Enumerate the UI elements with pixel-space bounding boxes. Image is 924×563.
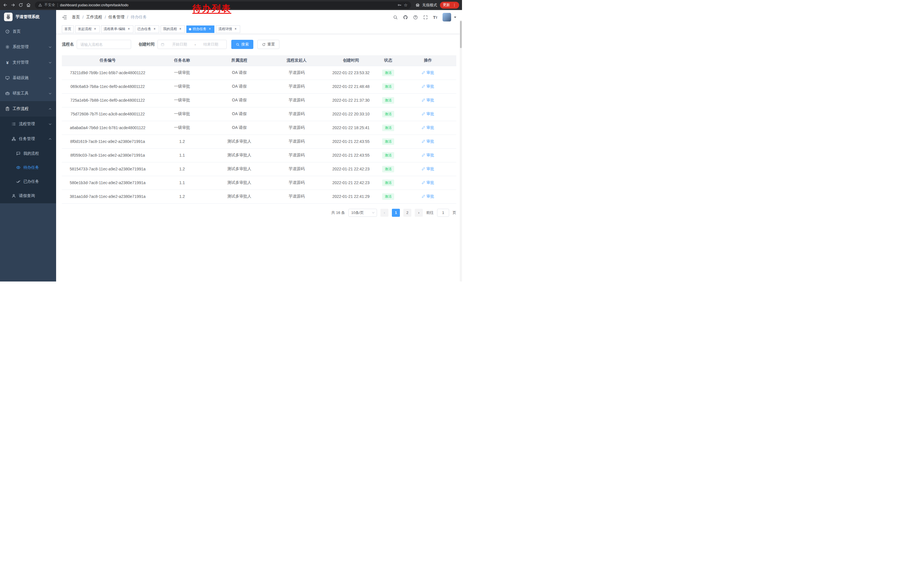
approve-link[interactable]: 审批 bbox=[422, 111, 434, 117]
bookmark-star-icon[interactable]: ☆ bbox=[404, 3, 408, 7]
process-name-input[interactable] bbox=[77, 40, 131, 49]
cell-initiator: 芋道源码 bbox=[268, 176, 325, 189]
clipboard-icon bbox=[5, 107, 10, 111]
sidebar-item-done-tasks[interactable]: 已办任务 bbox=[0, 174, 56, 188]
sidebar-item-todo-tasks[interactable]: 待办任务 bbox=[0, 161, 56, 174]
date-range-picker[interactable]: 开始日期 - 结束日期 bbox=[158, 40, 227, 49]
col-header-actions: 操作 bbox=[400, 55, 456, 66]
cell-task-id: 381aa1dd-7ac8-11ec-a9e2-a2380e71991a bbox=[62, 189, 153, 203]
prev-page-button[interactable]: ‹ bbox=[380, 209, 388, 217]
approve-link[interactable]: 审批 bbox=[422, 167, 434, 171]
status-badge: 激活 bbox=[382, 193, 394, 200]
goto-page-input[interactable] bbox=[437, 209, 449, 217]
close-icon[interactable]: × bbox=[93, 27, 97, 31]
omnibox-divider bbox=[57, 3, 58, 7]
breadcrumb-workflow[interactable]: 工作流程 bbox=[86, 15, 102, 20]
cell-process: OA 请假 bbox=[211, 66, 268, 80]
scrollbar-thumb[interactable] bbox=[460, 21, 462, 48]
breadcrumb: 首页 / 工作流程 / 任务管理 / 待办任务 bbox=[72, 15, 147, 20]
tags-bar: 首页 发起流程× 流程表单-编辑× 已办任务× 我的流程× 待办任务× 流程详情… bbox=[56, 24, 462, 34]
cell-process: OA 请假 bbox=[211, 107, 268, 121]
sidebar-item-leave-query[interactable]: 请假查询 bbox=[0, 188, 56, 203]
search-icon[interactable] bbox=[393, 15, 398, 20]
cell-process: 测试多审批人 bbox=[211, 176, 268, 189]
list-icon bbox=[12, 122, 16, 126]
approve-link[interactable]: 审批 bbox=[422, 70, 434, 75]
search-button[interactable]: 搜索 bbox=[231, 40, 254, 49]
logo-image bbox=[4, 13, 13, 21]
security-label[interactable]: 不安全 bbox=[44, 3, 55, 8]
tab-form-edit[interactable]: 流程表单-编辑× bbox=[101, 26, 134, 33]
col-header-status: 状态 bbox=[377, 55, 400, 66]
logo[interactable]: 芋道管理系统 bbox=[0, 10, 56, 24]
update-button[interactable]: 更新 ⋮ bbox=[440, 2, 459, 9]
edit-icon bbox=[422, 153, 425, 157]
avatar-caret-icon[interactable] bbox=[454, 17, 456, 18]
tasks-table: 任务编号 任务名称 所属流程 流程发起人 创建时间 状态 操作 73211d9d… bbox=[62, 55, 456, 204]
approve-link[interactable]: 审批 bbox=[422, 98, 434, 103]
close-icon[interactable]: × bbox=[127, 27, 131, 31]
close-icon[interactable]: × bbox=[178, 27, 182, 31]
approve-link[interactable]: 审批 bbox=[422, 84, 434, 89]
help-icon[interactable] bbox=[413, 15, 418, 20]
approve-link[interactable]: 审批 bbox=[422, 153, 434, 158]
breadcrumb-task-mgmt[interactable]: 任务管理 bbox=[108, 15, 124, 20]
sidebar-item-process-mgmt[interactable]: 流程管理 bbox=[0, 117, 56, 131]
start-date-placeholder[interactable]: 开始日期 bbox=[167, 42, 192, 47]
tab-process-detail[interactable]: 流程详情× bbox=[216, 26, 240, 33]
reload-icon[interactable] bbox=[18, 3, 23, 8]
forward-icon[interactable] bbox=[10, 3, 15, 8]
tab-done-tasks[interactable]: 已办任务× bbox=[135, 26, 159, 33]
browser-menu-icon[interactable]: ⋮ bbox=[453, 3, 456, 7]
edit-icon bbox=[422, 167, 425, 171]
sidebar-collapse-icon[interactable] bbox=[62, 15, 67, 20]
update-label[interactable]: 更新 bbox=[443, 3, 450, 8]
cell-status: 激活 bbox=[377, 121, 400, 135]
tab-todo-tasks[interactable]: 待办任务× bbox=[186, 26, 214, 33]
pagination: 共 16 条 10条/页 ‹ 1 2 › 前往 页 bbox=[62, 209, 456, 217]
sidebar-item-home[interactable]: 首页 bbox=[0, 24, 56, 39]
cell-task-name: 1.2 bbox=[153, 189, 211, 203]
sidebar-item-my-process[interactable]: 我的流程 bbox=[0, 146, 56, 161]
approve-link[interactable]: 审批 bbox=[422, 139, 434, 144]
close-icon[interactable]: × bbox=[153, 27, 157, 31]
cell-created: 2022-01-22 18:25:41 bbox=[325, 121, 377, 135]
cell-task-id: 75d72608-7b7f-11ec-a3c8-acde48001122 bbox=[62, 107, 153, 121]
sidebar-item-devtools[interactable]: 研发工具 bbox=[0, 86, 56, 101]
sidebar-item-payment[interactable]: ¥ 支付管理 bbox=[0, 55, 56, 70]
close-icon[interactable]: × bbox=[234, 27, 238, 31]
tab-start-process[interactable]: 发起流程× bbox=[75, 26, 100, 33]
table-row: 381aa1dd-7ac8-11ec-a9e2-a2380e71991a 1.2… bbox=[62, 189, 456, 203]
tab-my-process[interactable]: 我的流程× bbox=[160, 26, 185, 33]
sidebar-item-workflow[interactable]: 工作流程 bbox=[0, 101, 56, 117]
back-icon[interactable] bbox=[3, 3, 8, 8]
address-bar[interactable]: 不安全 dashboard.yudao.iocoder.cn/bpm/task/… bbox=[35, 2, 411, 9]
sidebar-item-infra[interactable]: 基础设施 bbox=[0, 70, 56, 86]
cell-initiator: 芋道源码 bbox=[268, 66, 325, 80]
sidebar-item-system[interactable]: 系统管理 bbox=[0, 39, 56, 55]
page-button-2[interactable]: 2 bbox=[404, 209, 411, 217]
home-icon[interactable] bbox=[26, 3, 31, 8]
end-date-placeholder[interactable]: 结束日期 bbox=[198, 42, 224, 47]
tab-home[interactable]: 首页 bbox=[62, 26, 74, 33]
approve-link[interactable]: 审批 bbox=[422, 180, 434, 185]
goto-label: 前往 bbox=[426, 210, 434, 215]
github-icon[interactable] bbox=[403, 15, 408, 20]
fullscreen-icon[interactable] bbox=[423, 15, 428, 20]
page-button-1[interactable]: 1 bbox=[392, 209, 400, 217]
avatar[interactable] bbox=[442, 13, 451, 21]
font-size-icon[interactable]: TT bbox=[433, 15, 437, 20]
status-badge: 激活 bbox=[382, 152, 394, 159]
chevron-down-icon bbox=[49, 92, 51, 94]
url-text[interactable]: dashboard.yudao.iocoder.cn/bpm/task/todo bbox=[60, 3, 129, 7]
next-page-button[interactable]: › bbox=[415, 209, 423, 217]
page-size-select[interactable]: 10条/页 bbox=[348, 209, 377, 217]
approve-link[interactable]: 审批 bbox=[422, 125, 434, 130]
key-icon[interactable] bbox=[397, 3, 402, 7]
breadcrumb-home[interactable]: 首页 bbox=[72, 15, 80, 20]
reset-button[interactable]: 重置 bbox=[257, 40, 279, 49]
approve-link[interactable]: 审批 bbox=[422, 194, 434, 199]
col-header-task-name: 任务名称 bbox=[153, 55, 211, 66]
sidebar-item-task-mgmt[interactable]: 任务管理 bbox=[0, 131, 56, 146]
close-icon[interactable]: × bbox=[208, 27, 212, 31]
